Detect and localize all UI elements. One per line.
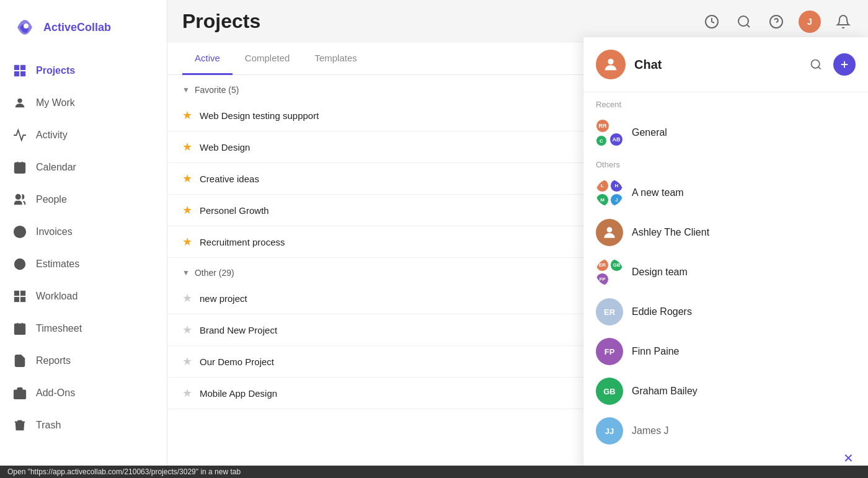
chat-item-eddierogers[interactable]: ER Eddie Rogers (583, 292, 868, 332)
anewteam-avatar: L H M J (596, 179, 623, 206)
chat-item-name: Design team (632, 267, 688, 278)
tab-active[interactable]: Active (182, 43, 232, 75)
svg-point-5 (17, 99, 22, 103)
svg-rect-19 (15, 324, 25, 335)
tab-templates[interactable]: Templates (302, 43, 369, 75)
chat-item-ashley[interactable]: Ashley The Client (583, 213, 868, 252)
svg-point-0 (24, 24, 29, 29)
chat-item-name: Eddie Rogers (632, 306, 692, 317)
star-filled-icon[interactable]: ★ (182, 140, 192, 154)
sidebar-item-label: Add-Ons (36, 387, 75, 399)
addons-icon (12, 386, 27, 401)
sidebar-item-label: People (36, 194, 67, 205)
star-filled-icon[interactable]: ★ (182, 172, 192, 185)
sidebar-item-addons[interactable]: Add-Ons (0, 377, 167, 409)
logo-icon (12, 15, 37, 40)
tab-completed[interactable]: Completed (232, 43, 303, 75)
chat-title: Chat (634, 58, 797, 72)
favorite-group-label: Favorite (5) (195, 85, 239, 95)
help-icon[interactable] (766, 12, 786, 32)
star-empty-icon[interactable]: ★ (182, 386, 192, 400)
other-group-label: Other (29) (195, 268, 234, 278)
ashley-avatar (596, 219, 623, 246)
svg-rect-6 (15, 163, 25, 174)
invoices-icon (12, 224, 27, 239)
chevron-down-icon: ▼ (182, 86, 190, 94)
user-avatar[interactable]: J (799, 11, 821, 33)
chat-item-name: General (632, 127, 667, 138)
chat-recent-label: Recent (583, 92, 868, 113)
star-empty-icon[interactable]: ★ (182, 291, 192, 305)
timesheet-icon (12, 321, 27, 336)
sidebar-item-invoices[interactable]: Invoices (0, 216, 167, 248)
projects-icon (12, 63, 27, 78)
star-filled-icon[interactable]: ★ (182, 235, 192, 249)
chevron-down-icon: ▼ (182, 268, 190, 277)
chat-item-general[interactable]: RR AB C General (583, 113, 868, 153)
sidebar-item-timesheet[interactable]: Timesheet (0, 312, 167, 345)
svg-point-24 (738, 16, 748, 26)
trash-icon (12, 418, 27, 433)
designteam-avatar: ER GB FP (596, 259, 623, 286)
sidebar-item-workload[interactable]: Workload (0, 280, 167, 312)
clock-icon[interactable] (702, 12, 722, 32)
svg-point-41 (812, 60, 820, 68)
sidebar-item-activity[interactable]: Activity (0, 119, 167, 151)
chat-item-grahambailey[interactable]: GB Graham Bailey (583, 371, 868, 411)
sidebar: ActiveCollab Projects My Work Activity (0, 0, 167, 478)
sidebar-item-estimates[interactable]: Estimates (0, 248, 167, 280)
main-content: Projects J Active Completed Templates (167, 0, 868, 478)
svg-rect-2 (20, 65, 25, 70)
sidebar-item-label: Invoices (36, 226, 73, 237)
chat-item-name: A new team (632, 187, 684, 198)
reports-icon (12, 353, 27, 368)
svg-line-25 (747, 24, 750, 27)
svg-rect-15 (15, 291, 19, 295)
star-empty-icon[interactable]: ★ (182, 323, 192, 337)
sidebar-item-calendar[interactable]: Calendar (0, 151, 167, 184)
chat-search-icon[interactable] (806, 55, 826, 74)
sidebar-item-mywork[interactable]: My Work (0, 87, 167, 119)
svg-point-40 (608, 59, 613, 64)
svg-rect-1 (14, 65, 19, 70)
chat-item-name: Ashley The Client (632, 227, 709, 238)
sidebar-item-label: Estimates (36, 259, 79, 270)
sidebar-item-trash[interactable]: Trash (0, 409, 167, 441)
star-empty-icon[interactable]: ★ (182, 355, 192, 368)
svg-rect-22 (14, 390, 25, 399)
sidebar-item-label: Calendar (36, 162, 76, 173)
sidebar-item-label: Trash (36, 420, 61, 431)
sidebar-item-reports[interactable]: Reports (0, 345, 167, 377)
chat-new-button[interactable] (833, 53, 856, 76)
sidebar-item-label: Projects (36, 65, 75, 76)
sidebar-item-projects[interactable]: Projects (0, 55, 167, 87)
page-title: Projects (182, 10, 260, 33)
finn-avatar: FP (596, 338, 623, 365)
svg-point-10 (16, 195, 20, 199)
sidebar-item-label: Workload (36, 291, 78, 302)
chat-item-finnpaine[interactable]: FP Finn Paine (583, 332, 868, 371)
star-filled-icon[interactable]: ★ (182, 108, 192, 122)
chat-header-actions (806, 53, 856, 76)
svg-rect-18 (21, 298, 25, 301)
search-icon[interactable] (734, 12, 754, 32)
sidebar-item-label: My Work (36, 97, 75, 108)
chat-avatar (596, 50, 626, 79)
svg-rect-3 (14, 71, 19, 76)
sidebar-item-people[interactable]: People (0, 184, 167, 216)
statusbar: Open "https://app.activecollab.com/21006… (0, 466, 868, 478)
activity-icon (12, 128, 27, 143)
notification-bell[interactable] (833, 12, 853, 32)
chat-item-designteam[interactable]: ER GB FP Design team (583, 252, 868, 292)
graham-avatar: GB (596, 378, 623, 405)
topbar-actions: J (702, 11, 853, 33)
chat-item-james[interactable]: JJ James J (583, 411, 868, 451)
chat-panel: Chat Recent RR AB C General Others (583, 37, 868, 478)
svg-point-45 (607, 227, 613, 232)
star-filled-icon[interactable]: ★ (182, 203, 192, 217)
svg-line-42 (818, 67, 821, 69)
logo-area: ActiveCollab (0, 10, 167, 55)
chat-item-name: James J (632, 425, 669, 436)
chat-others-label: Others (583, 153, 868, 173)
chat-item-anewteam[interactable]: L H M J A new team (583, 173, 868, 213)
